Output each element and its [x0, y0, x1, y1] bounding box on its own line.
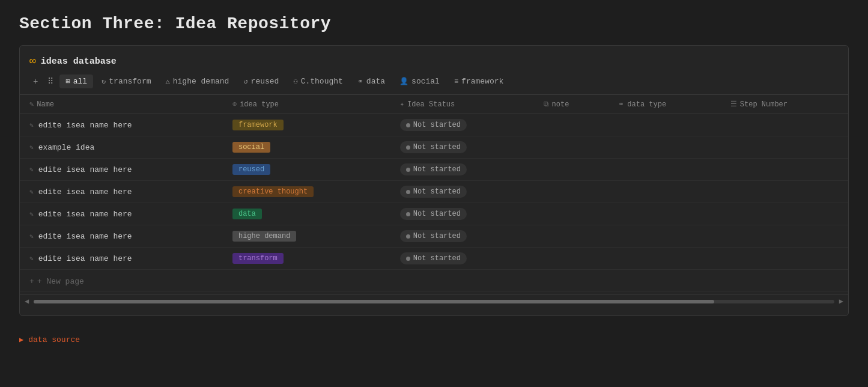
tab-data-icon: ⚭ [357, 77, 363, 86]
status-badge[interactable]: Not started [400, 163, 467, 175]
tab-reused[interactable]: ↺ reused [237, 75, 285, 88]
page-title: Section Three: Idea Repository [0, 0, 868, 45]
note-cell[interactable] [534, 203, 609, 225]
tab-add-button[interactable]: + [29, 75, 41, 88]
status-cell[interactable]: Not started [390, 114, 534, 136]
note-cell[interactable] [534, 248, 609, 270]
new-page-table: + + New page [20, 272, 848, 291]
status-cell[interactable]: Not started [390, 181, 534, 203]
idea-type-tag[interactable]: transform [232, 253, 284, 264]
table-row[interactable]: ✎edite isea name heretransformNot starte… [20, 248, 848, 270]
table-row[interactable]: ✎edite isea name hereframeworkNot starte… [20, 114, 848, 136]
note-cell[interactable] [534, 181, 609, 203]
name-cell[interactable]: ✎example idea [20, 136, 223, 159]
step-number-cell[interactable] [721, 225, 848, 248]
data-source-label[interactable]: data source [28, 335, 80, 344]
triangle-icon: ▶ [19, 335, 23, 344]
idea-type-cell[interactable]: framework [223, 114, 390, 136]
database-title[interactable]: ideas database [41, 56, 117, 67]
idea-type-cell[interactable]: data [223, 203, 390, 225]
data-type-cell[interactable] [609, 225, 720, 248]
col-name[interactable]: ✎ Name [20, 95, 223, 114]
step-number-cell[interactable] [721, 181, 848, 203]
name-cell[interactable]: ✎edite isea name here [20, 225, 223, 248]
row-name: example idea [38, 143, 95, 152]
tab-data[interactable]: ⚭ data [351, 75, 391, 88]
col-idea-type[interactable]: ⊙ idea type [223, 95, 390, 114]
idea-type-tag[interactable]: framework [232, 120, 284, 130]
step-number-cell[interactable] [721, 248, 848, 270]
col-step-number[interactable]: ☰ Step Number [721, 95, 848, 114]
step-number-cell[interactable] [721, 159, 848, 181]
idea-type-tag[interactable]: reused [232, 164, 270, 175]
status-dot [406, 190, 410, 194]
table-row[interactable]: ✎edite isea name herereusedNot started [20, 159, 848, 181]
idea-type-tag[interactable]: creative thought [232, 186, 314, 197]
status-badge[interactable]: Not started [400, 230, 467, 242]
tab-social-icon: 👤 [399, 77, 408, 86]
status-dot [406, 145, 410, 150]
scroll-left-arrow[interactable]: ◀ [20, 297, 34, 306]
idea-type-cell[interactable]: reused [223, 159, 390, 181]
tab-all[interactable]: ⊞ all [59, 75, 93, 88]
horizontal-scrollbar[interactable] [34, 300, 834, 303]
note-cell[interactable] [534, 159, 609, 181]
step-number-cell[interactable] [721, 136, 848, 159]
name-cell[interactable]: ✎edite isea name here [20, 159, 223, 181]
step-number-cell[interactable] [721, 114, 848, 136]
table-row[interactable]: ✎edite isea name herehighe demandNot sta… [20, 225, 848, 248]
table-row[interactable]: ✎edite isea name herecreative thoughtNot… [20, 181, 848, 203]
tab-framework[interactable]: ≡ framework [448, 75, 509, 88]
name-edit-icon: ✎ [29, 233, 34, 240]
name-cell[interactable]: ✎edite isea name here [20, 181, 223, 203]
status-badge[interactable]: Not started [400, 141, 467, 153]
status-badge[interactable]: Not started [400, 186, 467, 198]
idea-type-tag[interactable]: social [232, 142, 270, 153]
data-type-cell[interactable] [609, 248, 720, 270]
tab-social[interactable]: 👤 social [393, 75, 446, 88]
name-edit-icon: ✎ [29, 121, 34, 129]
table-row[interactable]: ✎example ideasocialNot started [20, 136, 848, 159]
name-cell[interactable]: ✎edite isea name here [20, 248, 223, 270]
status-cell[interactable]: Not started [390, 159, 534, 181]
table-row[interactable]: ✎edite isea name heredataNot started [20, 203, 848, 225]
tab-highe-demand[interactable]: △ highe demand [160, 75, 235, 88]
idea-type-cell[interactable]: highe demand [223, 225, 390, 248]
status-badge[interactable]: Not started [400, 119, 467, 131]
note-cell[interactable] [534, 225, 609, 248]
name-cell[interactable]: ✎edite isea name here [20, 114, 223, 136]
col-note[interactable]: ⧉ note [534, 95, 609, 114]
idea-type-tag[interactable]: data [232, 209, 262, 219]
tab-drag-handle[interactable]: ⠿ [44, 75, 57, 88]
status-dot [406, 257, 410, 261]
data-type-cell[interactable] [609, 159, 720, 181]
scrollbar-area: ◀ ▶ [20, 294, 848, 308]
status-cell[interactable]: Not started [390, 225, 534, 248]
idea-type-cell[interactable]: social [223, 136, 390, 159]
step-number-cell[interactable] [721, 203, 848, 225]
idea-type-cell[interactable]: creative thought [223, 181, 390, 203]
data-type-cell[interactable] [609, 181, 720, 203]
status-badge[interactable]: Not started [400, 252, 467, 264]
note-cell[interactable] [534, 114, 609, 136]
tab-transform-icon: ↻ [102, 77, 106, 86]
new-page-button[interactable]: + + New page [29, 277, 839, 286]
row-name: edite isea name here [38, 121, 132, 130]
tab-c-thought[interactable]: ⚇ C.thought [287, 75, 348, 88]
data-type-cell[interactable] [609, 136, 720, 159]
data-type-cell[interactable] [609, 114, 720, 136]
idea-type-tag[interactable]: highe demand [232, 231, 296, 242]
col-idea-status[interactable]: ✦ Idea Status [390, 95, 534, 114]
tab-transform[interactable]: ↻ transform [96, 75, 157, 88]
status-cell[interactable]: Not started [390, 248, 534, 270]
status-badge[interactable]: Not started [400, 208, 467, 220]
status-cell[interactable]: Not started [390, 203, 534, 225]
status-dot [406, 123, 410, 127]
col-data-type[interactable]: ⚭ data type [609, 95, 720, 114]
idea-type-cell[interactable]: transform [223, 248, 390, 270]
status-cell[interactable]: Not started [390, 136, 534, 159]
scroll-right-arrow[interactable]: ▶ [834, 297, 848, 306]
name-cell[interactable]: ✎edite isea name here [20, 203, 223, 225]
note-cell[interactable] [534, 136, 609, 159]
data-type-cell[interactable] [609, 203, 720, 225]
